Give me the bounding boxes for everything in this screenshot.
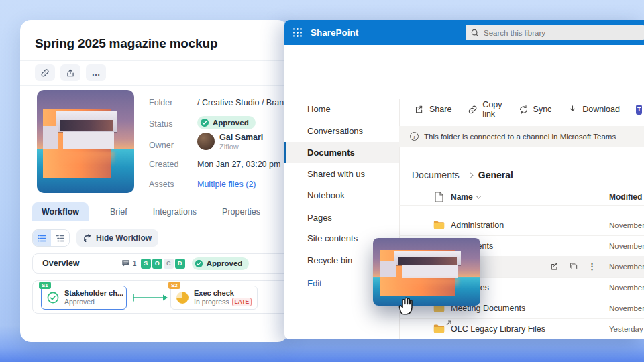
check-circle-icon [200, 118, 209, 127]
more-options-button[interactable]: … [86, 64, 106, 81]
name-column-header[interactable]: Name [451, 192, 481, 202]
proof-toolbar: … [35, 64, 106, 81]
folder-shortcut-icon [433, 324, 445, 333]
overview-row[interactable]: Overview 1 S O C D Approved [32, 253, 288, 274]
list-view-button[interactable] [33, 230, 51, 246]
table-header: Name Modified [399, 190, 644, 204]
table-row[interactable]: Administration November 23 [399, 215, 644, 235]
share-export-button[interactable] [60, 64, 80, 81]
nav-item-edit[interactable]: Edit [307, 277, 322, 290]
assets-link[interactable]: Multiple files (2) [197, 180, 256, 189]
tab-integrations[interactable]: Integrations [149, 202, 201, 221]
search-box[interactable] [466, 25, 644, 40]
workflow-collapse-icon [83, 234, 92, 242]
step-card-exec-check[interactable]: S2 Exec check In progressLATE [170, 286, 258, 310]
proof-title: Spring 2025 magazine mockup [35, 36, 217, 51]
proof-thumbnail[interactable] [37, 90, 134, 193]
dragged-asset-thumbnail[interactable] [373, 238, 480, 306]
comment-count: 1 [121, 259, 137, 267]
info-icon: i [410, 132, 419, 141]
copy-link-button[interactable] [35, 64, 55, 81]
owner-company: Ziflow [219, 143, 239, 151]
nav-item-home[interactable]: Home [307, 103, 331, 116]
divider [20, 223, 288, 223]
overview-label: Overview [42, 259, 80, 268]
tab-brief[interactable]: Brief [106, 202, 131, 221]
app-launcher-waffle-icon[interactable] [292, 27, 303, 38]
nav-item-conversations[interactable]: Conversations [307, 125, 363, 138]
approved-check-icon [47, 292, 59, 304]
teams-icon: T [636, 105, 643, 115]
suite-bar: SharePoint [284, 20, 644, 45]
house-image [37, 90, 134, 193]
created-value: Mon Jan 27, 03:20 pm [197, 160, 280, 169]
row-more-actions-button[interactable]: ⋮ [588, 261, 596, 272]
sync-icon [519, 105, 529, 115]
list-icon [38, 235, 46, 242]
nav-item-pages[interactable]: Pages [307, 211, 332, 225]
chevron-down-icon [476, 194, 481, 199]
stage-badge-d: D [175, 259, 185, 269]
workflow-steps-panel: S1 Stakeholder ch... Approved S2 Exec ch… [32, 280, 288, 314]
breadcrumb-documents[interactable]: Documents [412, 170, 460, 180]
breadcrumb: Documents General [412, 170, 513, 180]
avatar [197, 133, 215, 150]
comment-icon [121, 259, 130, 267]
chevron-right-icon [468, 172, 473, 178]
row-copy-to-button[interactable] [569, 262, 578, 272]
share-button[interactable]: Share [415, 105, 451, 115]
nav-item-site-contents[interactable]: Site contents [307, 232, 358, 245]
step-badge-s2: S2 [168, 282, 180, 289]
house-image [373, 238, 480, 306]
divider [399, 205, 644, 206]
overview-status-badge: Approved [192, 257, 250, 270]
divider [20, 85, 288, 86]
step-badge-s1: S1 [39, 282, 51, 289]
folder-icon [433, 220, 445, 229]
row-share-button[interactable] [550, 262, 559, 272]
command-bar: Share Copy link Sync Download T Go to ch… [415, 101, 644, 118]
nav-item-recycle-bin[interactable]: Recycle bin [307, 254, 352, 267]
tab-properties[interactable]: Properties [218, 202, 264, 221]
check-circle-icon [195, 259, 203, 268]
modified-column-header[interactable]: Modified [609, 192, 644, 202]
tab-bar: Workflow Brief Integrations Properties [32, 202, 264, 221]
table-row[interactable]: OLC Legacy Library Files Yesterday at [399, 318, 644, 339]
status-label: Status [149, 119, 172, 129]
step-card-stakeholder[interactable]: S1 Stakeholder ch... Approved [41, 286, 127, 310]
workflow-toolbar: Hide Workflow [32, 229, 158, 247]
sharepoint-logo[interactable]: SharePoint [311, 27, 358, 38]
ziflow-proof-window: Spring 2025 magazine mockup … [20, 20, 288, 342]
download-button[interactable]: Download [568, 105, 620, 115]
step-status: Approved [64, 298, 123, 306]
nav-item-shared-with-us[interactable]: Shared with us [307, 168, 365, 181]
created-label: Created [149, 160, 178, 169]
stage-badge-c: C [164, 259, 174, 269]
copy-link-button[interactable]: Copy link [468, 100, 502, 119]
view-toggle [32, 229, 70, 247]
search-input[interactable] [484, 29, 639, 37]
download-icon [568, 105, 578, 115]
folder-label: Folder [149, 98, 172, 107]
nav-item-notebook[interactable]: Notebook [307, 189, 345, 202]
step-title: Exec check [194, 289, 252, 298]
divider [20, 60, 288, 61]
divider [284, 99, 399, 99]
hide-workflow-button[interactable]: Hide Workflow [76, 229, 158, 247]
nav-item-documents[interactable]: Documents [307, 146, 355, 160]
stage-badge-o: O [152, 259, 162, 269]
go-to-channel-button[interactable]: T Go to channel [636, 100, 644, 119]
grab-hand-cursor [397, 294, 420, 316]
tab-workflow[interactable]: Workflow [32, 202, 89, 221]
breadcrumb-general[interactable]: General [478, 170, 513, 180]
folder-path[interactable]: / Creative Studio / Brand re [197, 98, 288, 107]
tree-icon [56, 235, 64, 242]
late-badge: LATE [232, 298, 252, 306]
sync-button[interactable]: Sync [519, 105, 552, 115]
search-icon [471, 29, 479, 37]
tree-view-button[interactable] [51, 230, 69, 246]
owner-label: Owner [149, 141, 174, 150]
teams-connection-banner: i This folder is connected to a channel … [399, 126, 644, 147]
owner-name: Gal Samari [219, 133, 263, 142]
link-icon [468, 105, 478, 115]
